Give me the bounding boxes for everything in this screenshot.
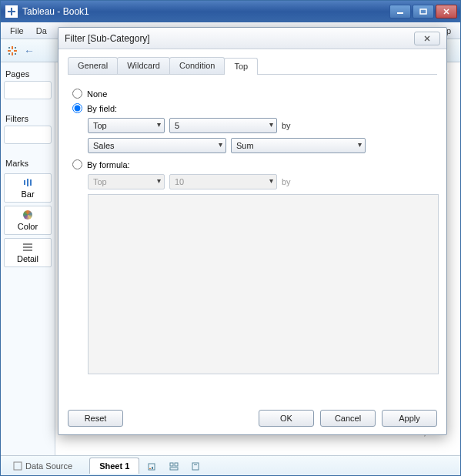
new-dashboard-icon[interactable] (165, 459, 182, 473)
svg-rect-14 (23, 250, 32, 251)
filters-label: Filters (4, 112, 52, 126)
svg-rect-2 (397, 12, 403, 14)
marks-type-selector[interactable]: Bar Bar (4, 173, 52, 203)
svg-rect-22 (192, 463, 199, 470)
tableau-logo-icon (5, 44, 19, 58)
by-formula-by-label: by (282, 177, 291, 186)
radio-by-field-row[interactable]: By field: (72, 103, 434, 113)
dialog-close-button[interactable] (414, 32, 440, 45)
pages-shelf[interactable] (4, 81, 52, 99)
radio-by-field-label: By field: (87, 104, 117, 113)
bar-chart-icon (23, 177, 32, 188)
dialog-tabs: General Wildcard Condition Top (68, 57, 437, 75)
by-field-count-select[interactable]: 5 (169, 118, 277, 133)
by-field-field-select[interactable]: Sales (88, 138, 226, 153)
dialog-footer: Reset OK Cancel Apply (58, 402, 446, 434)
svg-rect-5 (12, 52, 13, 55)
sheet-tab[interactable]: Sheet 1 (89, 458, 139, 474)
radio-none-row[interactable]: None (72, 89, 434, 99)
cancel-button[interactable]: Cancel (320, 410, 376, 427)
app-icon (5, 5, 18, 18)
svg-rect-18 (152, 467, 153, 469)
radio-by-formula-row[interactable]: By formula: (72, 159, 434, 169)
svg-rect-4 (12, 46, 13, 49)
svg-rect-17 (149, 468, 151, 469)
radio-none[interactable] (72, 89, 82, 99)
side-column: Pages Filters Marks Bar Bar Color (1, 62, 55, 455)
back-icon[interactable]: ← (22, 44, 36, 58)
new-story-icon[interactable] (187, 459, 204, 473)
svg-rect-20 (175, 463, 178, 466)
new-worksheet-icon[interactable] (144, 459, 161, 473)
svg-rect-12 (23, 243, 32, 245)
pages-label: Pages (4, 67, 52, 81)
main-window: Tableau - Book1 File Da Help ← Pages (0, 0, 461, 476)
radio-by-formula[interactable] (72, 159, 82, 169)
svg-rect-9 (15, 47, 16, 49)
svg-rect-1 (8, 11, 15, 12)
window-title: Tableau - Book1 (22, 6, 389, 17)
radio-by-formula-label: By formula: (87, 160, 130, 169)
ok-button[interactable]: OK (259, 410, 314, 427)
reset-button[interactable]: Reset (68, 410, 123, 427)
data-source-icon (13, 461, 22, 471)
statusbar: Data Source Sheet 1 (1, 455, 460, 475)
titlebar: Tableau - Book1 (1, 1, 460, 22)
by-field-by-label: by (282, 121, 291, 130)
maximize-button[interactable] (413, 5, 434, 18)
dialog-title: Filter [Sub-Category] (65, 33, 414, 44)
apply-button[interactable]: Apply (382, 410, 437, 427)
dialog-titlebar: Filter [Sub-Category] (58, 28, 446, 49)
detail-icon (23, 242, 32, 253)
tab-top[interactable]: Top (224, 58, 258, 75)
by-formula-direction-select: Top (88, 174, 165, 189)
svg-rect-21 (170, 468, 178, 470)
close-button[interactable] (436, 5, 457, 18)
dialog-body: General Wildcard Condition Top None By f… (58, 49, 446, 402)
marks-label: Marks (4, 156, 52, 170)
filter-dialog: Filter [Sub-Category] General Wildcard C… (58, 27, 447, 435)
svg-rect-15 (14, 462, 22, 470)
tab-general[interactable]: General (68, 57, 118, 74)
minimize-button[interactable] (389, 5, 411, 18)
by-formula-count-select: 10 (169, 174, 277, 189)
svg-rect-13 (23, 246, 32, 248)
by-field-direction-select[interactable]: Top (88, 118, 165, 133)
radio-by-field[interactable] (72, 103, 82, 113)
svg-rect-6 (8, 50, 11, 52)
tab-condition[interactable]: Condition (169, 57, 225, 74)
formula-textarea (88, 194, 439, 374)
svg-rect-19 (170, 463, 173, 466)
close-icon (422, 35, 433, 42)
marks-color-card[interactable]: Color (4, 206, 52, 235)
svg-rect-10 (8, 53, 10, 55)
tab-top-content: None By field: Top 5 by Sales Sum (68, 75, 437, 377)
svg-rect-8 (8, 47, 10, 49)
color-icon (23, 210, 32, 220)
svg-rect-11 (15, 53, 16, 55)
radio-none-label: None (87, 89, 107, 99)
data-source-tab[interactable]: Data Source (5, 458, 80, 474)
filters-shelf[interactable] (4, 126, 52, 144)
svg-rect-23 (194, 464, 197, 465)
svg-rect-7 (14, 50, 17, 52)
tab-wildcard[interactable]: Wildcard (117, 57, 170, 74)
menu-file[interactable]: File (4, 25, 30, 37)
marks-detail-card[interactable]: Detail (4, 238, 52, 267)
by-field-agg-select[interactable]: Sum (231, 138, 366, 153)
svg-rect-3 (420, 9, 426, 14)
menu-data[interactable]: Da (30, 25, 53, 37)
